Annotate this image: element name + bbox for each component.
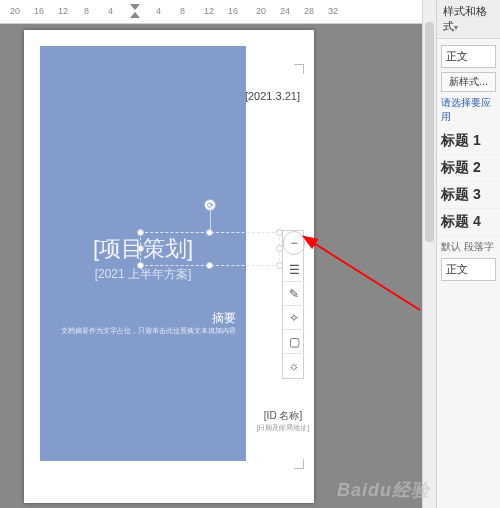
chevron-down-icon[interactable]: ▾ [454,23,458,32]
abstract-heading[interactable]: 摘要 [40,310,246,327]
resize-handle[interactable] [137,229,144,236]
frame-button[interactable]: ▢ [283,330,305,354]
edit-button[interactable]: ✎ [283,282,305,306]
heading-style-list: 标题 1 标题 2 标题 3 标题 4 [437,128,500,236]
layout-button[interactable]: ☰ [283,258,305,282]
id-name[interactable]: [ID 名称] [248,409,318,423]
margin-corner-icon [294,459,304,469]
apply-hint-link[interactable]: 请选择要应用 [441,96,496,124]
collapse-button[interactable]: − [283,231,305,255]
id-sub[interactable]: [日期及邮局地址] [248,423,318,433]
resize-handle[interactable] [137,245,144,252]
selection-box[interactable]: ⟳ [140,232,280,266]
watermark: Baidu经验 [337,478,430,502]
current-style-select[interactable]: 正文 [441,45,496,68]
style-filter-select[interactable]: 正文 [441,258,496,281]
style-heading-2[interactable]: 标题 2 [437,155,500,182]
resize-handle[interactable] [206,262,213,269]
resize-handle[interactable] [137,262,144,269]
document-canvas[interactable]: [2021.3.21] [项目策划] [2021 上半年方案] 摘要 文档摘要作… [0,24,435,508]
style-heading-1[interactable]: 标题 1 [437,128,500,155]
abstract-text[interactable]: 文档摘要作为文字占位，只需单击此位置换文本填加内容 [40,326,246,336]
doc-subtitle[interactable]: [2021 上半年方案] [40,266,246,283]
style-heading-4[interactable]: 标题 4 [437,209,500,236]
new-style-button[interactable]: 新样式… [441,72,496,92]
default-paragraph-note: 默认 段落字 [441,240,496,254]
cover-block[interactable]: [项目策划] [2021 上半年方案] 摘要 文档摘要作为文字占位，只需单击此位… [40,46,246,461]
style-heading-3[interactable]: 标题 3 [437,182,500,209]
page[interactable]: [2021.3.21] [项目策划] [2021 上半年方案] 摘要 文档摘要作… [24,30,314,503]
idea-button[interactable]: ☼ [283,354,305,378]
styles-pane: 样式和格式▾ 正文 新样式… 请选择要应用 标题 1 标题 2 标题 3 标题 … [436,0,500,508]
margin-corner-icon [294,64,304,74]
horizontal-ruler[interactable]: 20 16 12 8 4 4 8 12 16 20 24 28 32 [0,0,435,24]
rotate-handle[interactable]: ⟳ [204,199,216,211]
resize-handle[interactable] [206,229,213,236]
first-line-indent-marker[interactable] [130,4,140,10]
hanging-indent-marker[interactable] [130,12,140,18]
effects-button[interactable]: ✧ [283,306,305,330]
date-placeholder[interactable]: [2021.3.21] [245,90,300,102]
object-float-toolbar: − ☰ ✎ ✧ ▢ ☼ [282,230,304,379]
styles-pane-header: 样式和格式▾ [437,0,500,39]
scroll-thumb[interactable] [425,22,434,242]
vertical-scrollbar[interactable] [422,0,435,508]
